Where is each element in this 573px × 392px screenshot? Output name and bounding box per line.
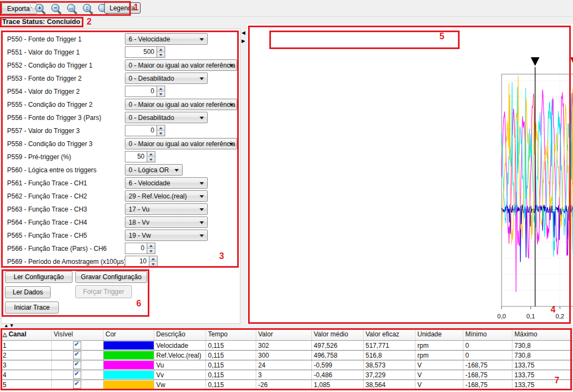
read-data-button[interactable]: Ler Dados — [5, 286, 51, 298]
cell-visible[interactable] — [51, 351, 103, 360]
column-header-2[interactable]: Cor — [103, 328, 154, 341]
column-header-1[interactable]: Visível — [51, 328, 103, 341]
measure-cursor-handle[interactable] — [531, 57, 540, 66]
channel-row-1[interactable]: 1Velocidade0,115302497,526517,771rpm0730… — [1, 341, 572, 351]
zoom-out-button[interactable]: − — [47, 2, 59, 14]
param-spinner-p566[interactable]: 0 — [125, 243, 155, 254]
param-spinner-p554[interactable]: 0 — [125, 86, 165, 97]
spin-down-button[interactable] — [157, 92, 165, 97]
spinner-value[interactable]: 50 — [125, 151, 147, 162]
param-combo-p558[interactable]: 0 - Maior ou igual ao valor referência — [125, 138, 237, 149]
cell-color[interactable] — [103, 360, 154, 370]
spinner-buttons — [147, 243, 155, 254]
trace-chart[interactable]: 0,00,10,20,30,40,50,60,70,8Tempo (segund… — [495, 50, 573, 348]
column-header-10[interactable]: Máximo — [512, 328, 572, 341]
visible-checkbox[interactable] — [73, 381, 81, 389]
spin-down-button[interactable] — [149, 262, 157, 267]
zoom-in-button[interactable]: + — [32, 2, 43, 14]
column-header-6[interactable]: Valor médio — [311, 328, 363, 341]
column-header-0[interactable]: △Canal — [1, 328, 51, 341]
read-config-button[interactable]: Ler Configuração — [5, 271, 73, 283]
vertical-splitter[interactable]: ◀ ▶ — [240, 28, 247, 324]
column-header-7[interactable]: Valor eficaz — [363, 328, 415, 341]
trigger-marker-handle[interactable] — [570, 57, 573, 66]
collapse-left-icon[interactable]: ◀ — [242, 31, 245, 35]
start-trace-button[interactable]: Iniciar Trace — [5, 301, 59, 313]
param-spinner-p557[interactable]: 0 — [125, 125, 165, 136]
combo-value: 0 - Desabilitado — [129, 114, 174, 122]
visible-checkbox[interactable] — [73, 351, 81, 359]
cell-color[interactable] — [103, 351, 154, 360]
collapse-right-icon[interactable]: ▶ — [242, 39, 245, 44]
channel-row-2[interactable]: 2Ref.Veloc.(real)0,115300496,758516,8rpm… — [1, 351, 572, 360]
cell-minimo: -168,75 — [463, 380, 512, 390]
param-combo-p563[interactable]: 17 - Vu — [125, 203, 208, 215]
param-combo-p560[interactable]: 0 - Lógica OR — [125, 164, 183, 176]
cell-visible[interactable] — [51, 380, 103, 390]
spin-up-button[interactable] — [147, 152, 155, 157]
param-combo-p561[interactable]: 6 - Velocidade — [125, 177, 208, 189]
x-tick-label: 0,0 — [497, 313, 506, 319]
visible-checkbox[interactable] — [73, 341, 81, 349]
param-combo-p556[interactable]: 0 - Desabilitado — [125, 112, 208, 123]
write-config-button[interactable]: Gravar Configuração — [75, 271, 147, 283]
spin-up-button[interactable] — [147, 243, 155, 249]
trace-chart-panel: 0,00,10,20,30,40,50,60,70,8Tempo (segund… — [247, 24, 573, 324]
cell-color[interactable] — [103, 370, 154, 380]
channel-row-5[interactable]: 5Vw0,115-261,08538,564V-168,75133,75 — [1, 380, 572, 390]
cell-visible[interactable] — [51, 370, 103, 380]
visible-checkbox[interactable] — [73, 371, 81, 379]
param-label: P550 - Fonte do Trigger 1 — [7, 35, 82, 43]
column-header-5[interactable]: Valor — [256, 328, 311, 341]
cell-unidade: rpm — [415, 341, 463, 351]
channel-color-swatch[interactable] — [104, 381, 154, 389]
spinner-value[interactable]: 0 — [125, 243, 147, 254]
param-combo-p562[interactable]: 29 - Ref.Veloc.(real) — [125, 190, 208, 202]
spinner-value[interactable]: 10 — [125, 256, 149, 267]
spin-down-button[interactable] — [147, 157, 155, 162]
channel-row-3[interactable]: 3Vu0,11524-0,59938,573V-168,75133,75 — [1, 360, 572, 370]
spin-down-button[interactable] — [147, 249, 155, 254]
cell-visible[interactable] — [51, 341, 103, 351]
spin-up-button[interactable] — [157, 86, 165, 92]
param-spinner-p569[interactable]: 10 — [125, 256, 158, 267]
channel-row-4[interactable]: 4Vv0,1153-0,48637,229V-168,75133,75 — [1, 370, 572, 380]
param-combo-p550[interactable]: 6 - Velocidade — [125, 33, 208, 45]
column-header-4[interactable]: Tempo — [206, 328, 256, 341]
zoom-horizontal-button[interactable]: ↔ — [63, 2, 75, 14]
param-spinner-p559[interactable]: 50 — [125, 151, 155, 162]
spin-up-button[interactable] — [157, 47, 165, 52]
spin-up-button[interactable] — [157, 125, 165, 131]
spinner-value[interactable]: 0 — [125, 125, 157, 136]
cell-color[interactable] — [103, 380, 154, 390]
chevron-down-icon — [229, 143, 233, 146]
channel-color-swatch[interactable] — [104, 341, 154, 349]
zoom-vertical-button[interactable]: ↕ — [79, 2, 91, 14]
cell-descricao: Vw — [154, 380, 206, 390]
channels-table-area: △CanalVisívelCorDescriçãoTempoValorValor… — [0, 328, 573, 392]
spin-up-button[interactable] — [149, 256, 157, 262]
spin-up-icon — [159, 49, 162, 51]
param-combo-p565[interactable]: 19 - Vw — [125, 230, 208, 241]
column-header-3[interactable]: Descrição — [154, 328, 206, 341]
column-header-9[interactable]: Mínimo — [463, 328, 512, 341]
spinner-value[interactable]: 0 — [125, 86, 157, 97]
param-combo-p552[interactable]: 0 - Maior ou igual ao valor referência — [125, 59, 237, 71]
param-spinner-p551[interactable]: 500 — [125, 46, 165, 58]
cell-color[interactable] — [103, 341, 154, 351]
horizontal-splitter[interactable]: ▲▼ — [0, 324, 573, 328]
channel-color-swatch[interactable] — [104, 351, 154, 359]
collapse-up-down-icon[interactable]: ▲▼ — [4, 323, 15, 328]
channel-color-swatch[interactable] — [104, 371, 154, 379]
spin-down-button[interactable] — [157, 52, 165, 57]
channel-color-swatch[interactable] — [104, 361, 154, 369]
legend-toggle-button[interactable]: Legenda — [104, 2, 141, 14]
cell-visible[interactable] — [51, 360, 103, 370]
param-combo-p555[interactable]: 0 - Maior ou igual ao valor referência — [125, 99, 237, 110]
spin-down-button[interactable] — [157, 131, 165, 136]
param-combo-p553[interactable]: 0 - Desabilitado — [125, 73, 208, 84]
spinner-value[interactable]: 500 — [125, 46, 157, 58]
param-combo-p564[interactable]: 18 - Vv — [125, 216, 208, 228]
column-header-8[interactable]: Unidade — [415, 328, 463, 341]
visible-checkbox[interactable] — [73, 361, 81, 369]
